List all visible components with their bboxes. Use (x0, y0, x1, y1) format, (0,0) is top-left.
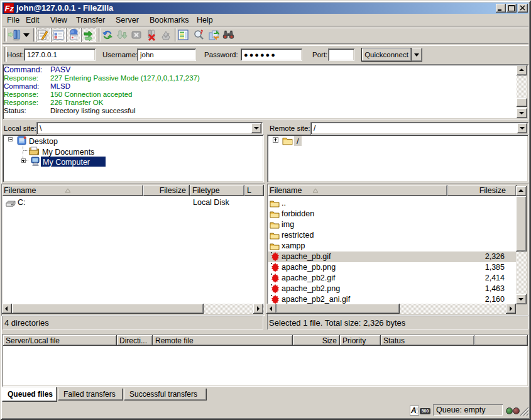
svg-text:Fz: Fz (5, 4, 14, 13)
